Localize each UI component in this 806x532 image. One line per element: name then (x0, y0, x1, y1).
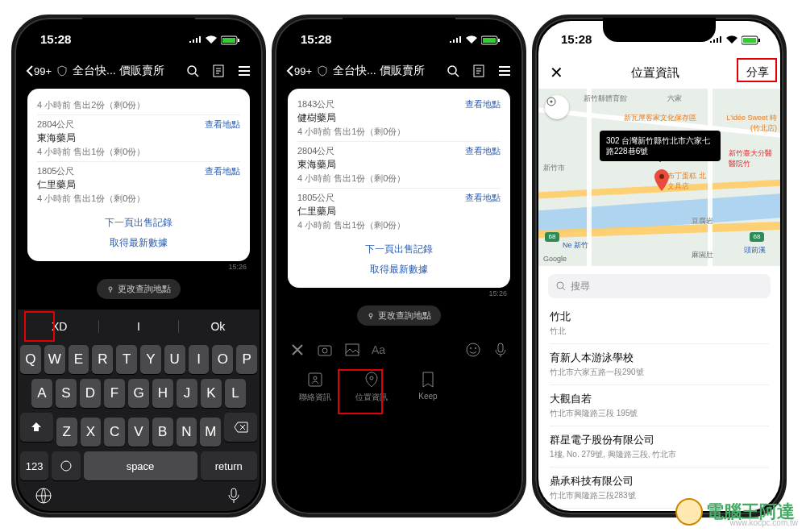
close-button[interactable]: ✕ (550, 63, 563, 82)
keyboard[interactable]: XD I Ok QWERTYUIOP ASDFGHJKL ZXCVBNM 123… (18, 310, 260, 511)
view-location-link[interactable]: 查看地點 (205, 118, 240, 131)
chat-title: 全台快... 價販賣所 (73, 64, 181, 78)
pharmacy-row: 查看地點 1805公尺 仁里藥局 4 小時前 售出1份（剩0份） (37, 161, 240, 208)
key-y[interactable]: Y (140, 345, 161, 374)
svg-rect-17 (483, 38, 496, 43)
map-poi: 麻園肚 (692, 250, 713, 260)
key-v[interactable]: V (128, 418, 149, 447)
camera-icon[interactable] (317, 342, 333, 358)
share-button[interactable]: 分享 (746, 65, 769, 80)
attach-location[interactable]: 位置資訊 (351, 371, 393, 403)
gallery-icon[interactable] (344, 342, 360, 358)
mic-icon[interactable] (492, 342, 509, 358)
shift-key[interactable] (20, 413, 53, 442)
refresh-link[interactable]: 取得最新數據 (37, 233, 240, 253)
attach-keep[interactable]: Keep (407, 371, 449, 403)
message-input[interactable]: Aa (372, 343, 454, 356)
return-key[interactable]: return (201, 451, 258, 480)
map-poi: 新竹臺大分醫醫院竹 (729, 148, 777, 169)
address-tooltip: 302 台灣新竹縣竹北市六家七路228巷6號 (600, 131, 721, 161)
list-item[interactable]: 大觀自若竹北市興隆路三段 195號 (550, 385, 769, 426)
search-icon[interactable] (446, 64, 460, 78)
map-poi: 布丁蛋糕 北文具店 (667, 171, 708, 192)
key-w[interactable]: W (44, 345, 65, 374)
svg-point-23 (322, 348, 327, 353)
key-u[interactable]: U (164, 345, 185, 374)
attach-contact[interactable]: 聯絡資訊 (294, 371, 336, 403)
dictation-icon[interactable] (225, 487, 243, 505)
map-poi: Ne 新竹 (563, 240, 588, 251)
status-time: 15:28 (561, 32, 592, 46)
view-location-link[interactable]: 查看地點 (465, 192, 501, 204)
chevron-left-icon (26, 65, 34, 77)
menu-icon[interactable] (497, 64, 512, 78)
key-b[interactable]: B (152, 418, 173, 447)
suggestion[interactable]: I (99, 320, 178, 333)
next-page-link[interactable]: 下一頁出售記錄 (37, 213, 240, 233)
list-item[interactable]: 育新人本游泳學校竹北市六家五路一段290號 (550, 344, 769, 385)
view-location-link[interactable]: 查看地點 (465, 145, 501, 157)
notes-icon[interactable] (211, 64, 226, 78)
key-k[interactable]: K (201, 379, 222, 408)
my-location-button[interactable] (545, 95, 569, 119)
numbers-key[interactable]: 123 (20, 451, 48, 480)
keyboard-suggestions[interactable]: XD I Ok (20, 313, 257, 340)
key-z[interactable]: Z (56, 418, 77, 447)
key-d[interactable]: D (80, 379, 101, 408)
key-f[interactable]: F (104, 379, 125, 408)
suggestion[interactable]: Ok (179, 320, 257, 333)
key-o[interactable]: O (212, 345, 233, 374)
change-location-button[interactable]: 更改查詢地點 (97, 279, 181, 299)
view-location-link[interactable]: 查看地點 (465, 98, 501, 110)
key-i[interactable]: I (189, 345, 210, 374)
back-button[interactable]: 99+ (286, 65, 312, 77)
key-c[interactable]: C (104, 418, 125, 447)
location-list: 竹北竹北 育新人本游泳學校竹北市六家五路一段290號 大觀自若竹北市興隆路三段 … (538, 303, 780, 509)
key-s[interactable]: S (56, 379, 77, 408)
change-location-button[interactable]: 更改查詢地點 (357, 305, 441, 326)
key-n[interactable]: N (177, 418, 197, 447)
list-item[interactable]: 群星電子股份有限公司1樓, No. 279號, 興隆路三段, 竹北市 (550, 426, 769, 468)
key-r[interactable]: R (92, 345, 113, 374)
battery-icon (481, 35, 501, 45)
emoji-key[interactable] (52, 451, 80, 480)
svg-rect-1 (222, 38, 235, 43)
key-q[interactable]: Q (20, 345, 41, 374)
key-a[interactable]: A (31, 379, 52, 408)
svg-point-30 (314, 376, 317, 380)
svg-point-38 (557, 282, 563, 289)
svg-rect-34 (758, 39, 760, 42)
map-view[interactable]: 新竹縣體育館 六家 新瓦屋客家文化保存區 L'idée Sweet 時(竹北店)… (538, 89, 780, 266)
back-button[interactable]: 99+ (26, 65, 52, 77)
refresh-link[interactable]: 取得最新數據 (297, 260, 501, 280)
key-h[interactable]: H (152, 379, 173, 408)
map-poi: 新竹市 (543, 163, 565, 173)
pharmacy-row: 查看地點 1843公尺 健樹藥局 4 小時前 售出1份（剩0份） (297, 95, 501, 141)
next-page-link[interactable]: 下一頁出售記錄 (297, 239, 501, 260)
svg-point-3 (188, 66, 196, 74)
backspace-key[interactable] (224, 413, 257, 442)
space-key[interactable]: space (84, 451, 197, 480)
key-e[interactable]: E (69, 345, 89, 374)
key-g[interactable]: G (128, 379, 149, 408)
shield-icon (317, 65, 328, 77)
key-x[interactable]: X (81, 418, 102, 447)
view-location-link[interactable]: 查看地點 (205, 165, 240, 177)
key-l[interactable]: L (225, 379, 246, 408)
notes-icon[interactable] (472, 64, 486, 78)
key-t[interactable]: T (116, 345, 137, 374)
watermark: www.kocpc.com.tw (730, 518, 798, 527)
emoji-icon[interactable] (465, 342, 481, 358)
close-icon[interactable] (289, 342, 305, 358)
key-j[interactable]: J (177, 379, 197, 408)
pharmacy-row: 查看地點 1805公尺 仁里藥局 4 小時前 售出1份（剩0份） (297, 188, 501, 235)
globe-icon[interactable] (35, 487, 52, 505)
list-item[interactable]: 竹北竹北 (550, 303, 769, 344)
key-m[interactable]: M (200, 418, 221, 447)
menu-icon[interactable] (237, 64, 251, 78)
search-input[interactable]: 搜尋 (548, 274, 771, 298)
search-icon[interactable] (185, 64, 200, 78)
key-p[interactable]: P (236, 345, 257, 374)
suggestion[interactable]: XD (20, 320, 99, 333)
map-poi: L'idée Sweet 時(竹北店) (721, 113, 777, 134)
